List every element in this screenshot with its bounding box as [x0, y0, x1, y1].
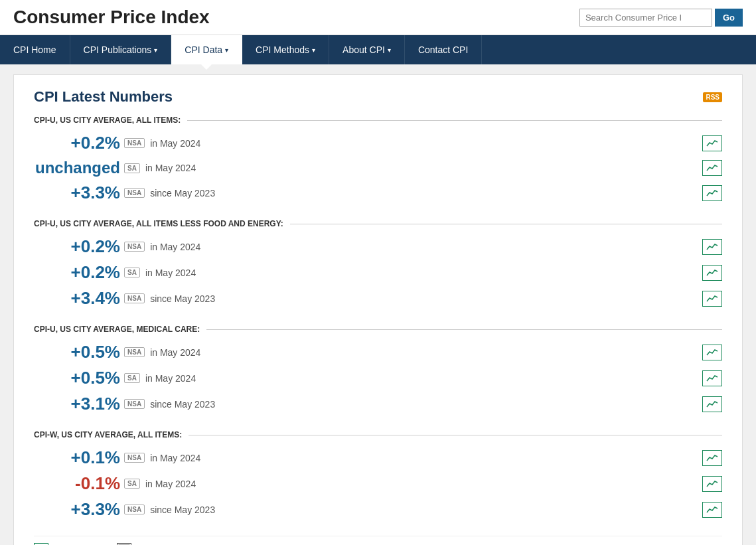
data-description: in May 2024	[150, 138, 200, 149]
category-divider	[206, 329, 722, 330]
chart-icon[interactable]	[702, 160, 722, 176]
category-label-row: CPI-W, US CITY AVERAGE, ALL ITEMS:	[34, 430, 722, 439]
data-value: +0.5%	[34, 368, 120, 388]
data-badge: NSA	[124, 399, 145, 409]
data-row: +0.2%SAin May 2024	[34, 260, 722, 285]
data-row: unchangedSAin May 2024	[34, 156, 722, 180]
chart-icon[interactable]	[702, 135, 722, 151]
category-section-cpi-u-medical: CPI-U, US CITY AVERAGE, MEDICAL CARE:+0.…	[34, 325, 722, 417]
main-content: CPI Latest Numbers RSS CPI-U, US CITY AV…	[13, 74, 743, 545]
data-description: in May 2024	[145, 373, 196, 384]
data-value: +0.2%	[34, 133, 120, 153]
category-section-cpi-u-less-food: CPI-U, US CITY AVERAGE, ALL ITEMS LESS F…	[34, 219, 722, 311]
data-badge: SA	[124, 163, 140, 173]
data-row: +0.5%NSAin May 2024	[34, 339, 722, 365]
data-row-left: +3.4%NSAsince May 2023	[34, 288, 215, 309]
data-badge: NSA	[124, 188, 145, 198]
data-value: +0.5%	[34, 342, 120, 362]
data-row-left: unchangedSAin May 2024	[34, 159, 196, 177]
data-badge: NSA	[124, 293, 145, 303]
nav-arrow-icon: ▾	[312, 46, 315, 54]
nav-arrow-icon: ▾	[225, 46, 228, 54]
nav-item-cpi-methods[interactable]: CPI Methods ▾	[242, 35, 329, 64]
data-value: unchanged	[34, 159, 120, 177]
nav-arrow-icon: ▾	[388, 46, 391, 54]
nav-arrow-icon: ▾	[154, 46, 157, 54]
data-badge: SA	[124, 373, 140, 383]
category-label-row: CPI-U, US CITY AVERAGE, MEDICAL CARE:	[34, 325, 722, 334]
data-row: +0.2%NSAin May 2024	[34, 234, 722, 260]
data-description: since May 2023	[150, 399, 215, 410]
categories-container: CPI-U, US CITY AVERAGE, ALL ITEMS:+0.2%N…	[34, 116, 722, 522]
nav-item-cpi-data[interactable]: CPI Data ▾	[171, 35, 242, 64]
data-row-left: +3.1%NSAsince May 2023	[34, 394, 215, 414]
data-value: +3.3%	[34, 499, 120, 520]
chart-icon[interactable]	[702, 370, 722, 386]
search-area: Go	[579, 9, 743, 27]
data-badge: SA	[124, 268, 140, 277]
data-badge: NSA	[124, 347, 145, 357]
data-description: since May 2023	[150, 293, 215, 304]
data-row-left: +0.1%NSAin May 2024	[34, 447, 200, 468]
chart-icon[interactable]	[702, 239, 722, 255]
data-row: -0.1%SAin May 2024	[34, 471, 722, 497]
data-description: since May 2023	[150, 505, 215, 515]
data-row-left: +3.3%NSAsince May 2023	[34, 499, 215, 520]
chart-icon[interactable]	[702, 396, 722, 412]
chart-icon[interactable]	[702, 476, 722, 492]
data-description: in May 2024	[145, 268, 196, 278]
section-title: CPI Latest Numbers	[34, 88, 173, 106]
data-badge: NSA	[124, 242, 145, 252]
rss-icon: RSS	[703, 92, 722, 102]
nav-item-about-cpi[interactable]: About CPI ▾	[329, 35, 405, 64]
data-description: in May 2024	[150, 347, 200, 358]
data-row: +3.1%NSAsince May 2023	[34, 391, 722, 417]
search-input[interactable]	[579, 9, 712, 27]
data-description: in May 2024	[145, 479, 196, 489]
category-label: CPI-U, US CITY AVERAGE, ALL ITEMS:	[34, 116, 181, 125]
data-value: +0.1%	[34, 447, 120, 468]
rss-badge[interactable]: RSS	[703, 92, 722, 102]
category-label: CPI-U, US CITY AVERAGE, MEDICAL CARE:	[34, 325, 200, 334]
nav-item-cpi-home[interactable]: CPI Home	[0, 35, 70, 64]
data-value: -0.1%	[34, 473, 120, 494]
chart-icon[interactable]	[702, 502, 722, 518]
data-description: in May 2024	[145, 163, 196, 173]
data-value: +0.2%	[34, 262, 120, 283]
search-button[interactable]: Go	[715, 9, 743, 27]
category-divider	[290, 224, 722, 224]
chart-icon[interactable]	[702, 265, 722, 281]
legend: Historical Data News Release SA - Season…	[34, 536, 722, 545]
chart-icon[interactable]	[702, 450, 722, 466]
category-label: CPI-W, US CITY AVERAGE, ALL ITEMS:	[34, 430, 182, 439]
category-label-row: CPI-U, US CITY AVERAGE, ALL ITEMS:	[34, 116, 722, 125]
chart-icon[interactable]	[702, 291, 722, 307]
data-row: +3.3%NSAsince May 2023	[34, 497, 722, 522]
chart-icon[interactable]	[702, 345, 722, 360]
nav-item-contact-cpi[interactable]: Contact CPI	[405, 35, 482, 64]
main-nav: CPI HomeCPI Publications ▾CPI Data ▾CPI …	[0, 35, 756, 64]
data-badge: SA	[124, 479, 140, 489]
category-label: CPI-U, US CITY AVERAGE, ALL ITEMS LESS F…	[34, 219, 283, 228]
page-header: Consumer Price Index Go	[0, 0, 756, 35]
data-description: in May 2024	[150, 242, 200, 252]
chart-icon[interactable]	[702, 185, 722, 201]
page-title: Consumer Price Index	[13, 7, 210, 28]
category-section-cpi-w-all: CPI-W, US CITY AVERAGE, ALL ITEMS:+0.1%N…	[34, 430, 722, 522]
data-value: +0.2%	[34, 236, 120, 257]
data-value: +3.4%	[34, 288, 120, 309]
data-row: +0.5%SAin May 2024	[34, 365, 722, 391]
data-badge: NSA	[124, 453, 145, 463]
data-row-left: +0.2%NSAin May 2024	[34, 133, 200, 153]
data-row-left: +0.2%SAin May 2024	[34, 262, 196, 283]
data-description: since May 2023	[150, 188, 215, 198]
data-row-left: -0.1%SAin May 2024	[34, 473, 196, 494]
nav-item-cpi-publications[interactable]: CPI Publications ▾	[70, 35, 172, 64]
data-value: +3.1%	[34, 394, 120, 414]
data-row-left: +3.3%NSAsince May 2023	[34, 183, 215, 203]
category-label-row: CPI-U, US CITY AVERAGE, ALL ITEMS LESS F…	[34, 219, 722, 228]
data-row-left: +0.2%NSAin May 2024	[34, 236, 200, 257]
data-row: +3.3%NSAsince May 2023	[34, 180, 722, 206]
data-row: +0.2%NSAin May 2024	[34, 130, 722, 156]
data-row-left: +0.5%NSAin May 2024	[34, 342, 200, 362]
